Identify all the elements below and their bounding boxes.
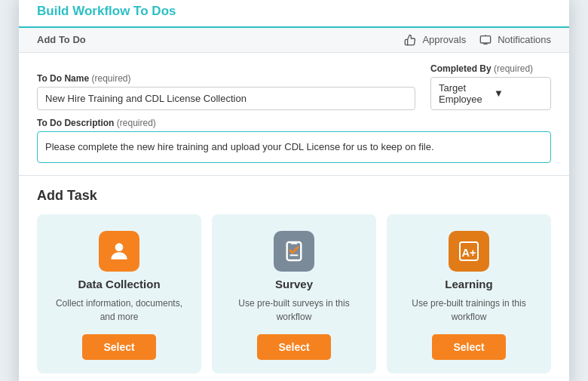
bell-icon bbox=[479, 34, 492, 46]
approvals-button[interactable]: Approvals bbox=[404, 34, 466, 46]
learning-select-button[interactable]: Select bbox=[432, 334, 505, 360]
task-cards: Data Collection Collect information, doc… bbox=[37, 214, 551, 373]
add-todo-bar: Add To Do Approvals Notifications bbox=[19, 28, 569, 53]
learning-card: A+ Learning Use pre-built trainings in t… bbox=[387, 214, 551, 373]
thumbs-up-icon bbox=[404, 34, 416, 46]
survey-icon-wrap bbox=[274, 231, 314, 272]
learning-desc: Use pre-built trainings in this workflow bbox=[399, 297, 539, 324]
add-task-title: Add Task bbox=[37, 188, 551, 204]
data-collection-icon-wrap bbox=[99, 231, 139, 272]
clipboard-check-icon bbox=[282, 239, 306, 263]
description-group: To Do Description (required) bbox=[37, 118, 551, 163]
grade-icon: A+ bbox=[457, 239, 481, 263]
todo-name-label: To Do Name (required) bbox=[37, 73, 415, 84]
approvals-label: Approvals bbox=[422, 34, 466, 45]
data-collection-desc: Collect information, documents, and more bbox=[49, 297, 189, 324]
chevron-down-icon: ▼ bbox=[494, 88, 543, 99]
data-collection-select-button[interactable]: Select bbox=[82, 334, 155, 360]
survey-select-button[interactable]: Select bbox=[257, 334, 330, 360]
learning-name: Learning bbox=[445, 278, 492, 290]
completed-by-value: Target Employee bbox=[439, 82, 488, 105]
learning-icon-wrap: A+ bbox=[449, 231, 489, 272]
person-icon bbox=[107, 239, 131, 263]
completed-by-label: Completed By (required) bbox=[430, 63, 551, 74]
completed-by-group: Completed By (required) Target Employee … bbox=[430, 63, 551, 110]
form-row-name: To Do Name (required) Completed By (requ… bbox=[37, 63, 551, 110]
data-collection-card: Data Collection Collect information, doc… bbox=[37, 214, 201, 373]
add-todo-label: Add To Do bbox=[37, 34, 86, 45]
notifications-button[interactable]: Notifications bbox=[479, 34, 551, 46]
data-collection-name: Data Collection bbox=[78, 278, 160, 290]
svg-point-1 bbox=[115, 243, 124, 251]
bar-actions: Approvals Notifications bbox=[404, 34, 551, 46]
svg-rect-0 bbox=[481, 35, 491, 42]
survey-desc: Use pre-built surveys in this workflow bbox=[224, 297, 364, 324]
completed-by-select[interactable]: Target Employee ▼ bbox=[430, 77, 551, 110]
add-task-section: Add Task Data Collection Collect informa… bbox=[19, 176, 569, 382]
form-section: To Do Name (required) Completed By (requ… bbox=[19, 53, 569, 175]
survey-card: Survey Use pre-built surveys in this wor… bbox=[212, 214, 376, 373]
top-section: Build Workflow To Dos Add To Do Approval… bbox=[19, 0, 569, 176]
survey-name: Survey bbox=[275, 278, 313, 290]
description-input[interactable] bbox=[37, 131, 551, 163]
todo-name-group: To Do Name (required) bbox=[37, 73, 415, 110]
top-header: Build Workflow To Dos bbox=[19, 0, 569, 28]
svg-text:A+: A+ bbox=[461, 246, 476, 258]
page-title: Build Workflow To Dos bbox=[37, 4, 176, 18]
description-label: To Do Description (required) bbox=[37, 118, 551, 128]
notifications-label: Notifications bbox=[498, 34, 551, 45]
todo-name-input[interactable] bbox=[37, 87, 415, 110]
main-card: Build Workflow To Dos Add To Do Approval… bbox=[19, 0, 569, 381]
